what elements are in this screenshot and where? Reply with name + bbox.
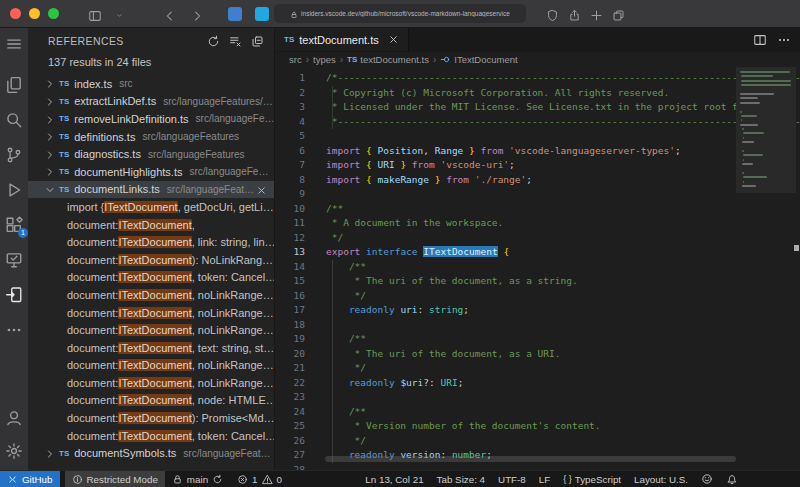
code-line[interactable]: 8import { makeRange } from './range';: [275, 173, 800, 188]
code-line[interactable]: 6import { Position, Range } from 'vscode…: [275, 144, 800, 159]
shield-button[interactable]: [546, 6, 559, 24]
code-line[interactable]: 11 * A document in the workspace.: [275, 216, 800, 231]
status-restricted-mode[interactable]: Restricted Mode: [65, 471, 165, 487]
status-remote-github[interactable]: GitHub: [0, 471, 60, 487]
code-line[interactable]: 22 readonly $uri?: URI;: [275, 376, 800, 391]
code-line[interactable]: 12 */: [275, 231, 800, 246]
status-notifications[interactable]: [726, 473, 738, 485]
tree-file-row[interactable]: TSdocumentHighlights.tssrc/languageFe…: [28, 163, 274, 181]
activity-item-more-views[interactable]: [3, 319, 25, 341]
activity-item-run-debug[interactable]: [3, 179, 25, 201]
status-cursor-position[interactable]: Ln 13, Col 21: [365, 474, 423, 485]
breadcrumb-item[interactable]: ITextDocument: [440, 54, 517, 66]
code-line[interactable]: 25 * Version number of the document's co…: [275, 419, 800, 434]
code-line[interactable]: 28: [275, 463, 800, 471]
address-bar[interactable]: insiders.vscode.dev/github/microsoft/vsc…: [274, 4, 526, 23]
minimap-slider[interactable]: [736, 67, 796, 193]
reference-result-row[interactable]: document: ITextDocument): NoLinkRang…: [28, 251, 274, 269]
back-button[interactable]: [163, 6, 177, 24]
dismiss-result-icon[interactable]: [256, 183, 267, 196]
status-feedback[interactable]: [701, 473, 713, 485]
code-line[interactable]: 14 /**: [275, 260, 800, 275]
code-line[interactable]: 26 */: [275, 434, 800, 449]
breadcrumb-item[interactable]: TStextDocument.ts: [347, 54, 429, 65]
code-line[interactable]: 15 * The uri of the document, as a strin…: [275, 274, 800, 289]
clear-results-button[interactable]: [229, 32, 242, 50]
tabs-button[interactable]: [612, 6, 625, 24]
split-editor-button[interactable]: [753, 31, 767, 49]
status-branch[interactable]: main: [165, 471, 230, 487]
refresh-button[interactable]: [207, 32, 220, 50]
code-line[interactable]: 9: [275, 187, 800, 202]
code-line[interactable]: 4 *-------------------------------------…: [275, 115, 800, 130]
activity-item-references-view[interactable]: [3, 284, 25, 306]
share-button[interactable]: [568, 6, 581, 24]
code-line[interactable]: 10/**: [275, 202, 800, 217]
status-problems[interactable]: 10: [230, 471, 289, 487]
code-line[interactable]: 5: [275, 129, 800, 144]
activity-item-source-control[interactable]: [3, 144, 25, 166]
reference-result-row[interactable]: document: ITextDocument, text: string, s…: [28, 339, 274, 357]
code-line[interactable]: 13export interface ITextDocument {: [275, 245, 800, 260]
activity-item-remote-explorer[interactable]: [3, 249, 25, 271]
reference-result-row[interactable]: document: ITextDocument, token: Cancel…: [28, 269, 274, 287]
code-line[interactable]: 20 * The uri of the document, as a URI.: [275, 347, 800, 362]
reference-result-row[interactable]: document: ITextDocument): Promise<Md…: [28, 409, 274, 427]
breadcrumb-item[interactable]: src: [289, 54, 302, 65]
code-line[interactable]: 21 */: [275, 361, 800, 376]
reference-result-row[interactable]: document: ITextDocument, noLinkRange…: [28, 304, 274, 322]
tree-file-row[interactable]: TSindex.tssrc: [28, 75, 274, 93]
tree-file-row[interactable]: TSdefinitions.tssrc/languageFeatures: [28, 128, 274, 146]
fullscreen-window-button[interactable]: [48, 8, 59, 19]
tree-file-row[interactable]: TSdiagnostics.tssrc/languageFeatures: [28, 145, 274, 163]
status-encoding[interactable]: UTF-8: [498, 474, 526, 485]
code-line[interactable]: 23: [275, 390, 800, 405]
browser-tab-favicon[interactable]: [255, 7, 269, 21]
forward-button[interactable]: [190, 6, 204, 24]
code-line[interactable]: 7import { URI } from 'vscode-uri';: [275, 158, 800, 173]
tab-textdocument[interactable]: TS textDocument.ts: [275, 28, 409, 51]
browser-tab-favicon[interactable]: [228, 7, 242, 21]
activity-item-extensions[interactable]: 1: [3, 214, 25, 236]
code-line[interactable]: 2 * Copyright (c) Microsoft Corporation.…: [275, 86, 800, 101]
status-keyboard-layout[interactable]: Layout: U.S.: [634, 474, 688, 485]
tree-file-row[interactable]: TSdocumentLinks.tssrc/languageFeat…: [28, 181, 274, 199]
activity-item-menu[interactable]: [3, 33, 25, 55]
minimap[interactable]: [736, 67, 796, 193]
sidebar-toggle-button[interactable]: [88, 6, 102, 24]
status-tab-size[interactable]: Tab Size: 4: [437, 474, 485, 485]
reference-result-row[interactable]: document: ITextDocument, token: Cancel…: [28, 427, 274, 445]
close-tab-icon[interactable]: [388, 31, 399, 49]
code-area[interactable]: 1/*-------------------------------------…: [275, 67, 800, 470]
reference-result-row[interactable]: document: ITextDocument, link: string, l…: [28, 233, 274, 251]
code-line[interactable]: 18: [275, 318, 800, 333]
reference-result-row[interactable]: document: ITextDocument, node: HTMLE…: [28, 392, 274, 410]
activity-item-settings[interactable]: [3, 440, 25, 462]
code-line[interactable]: 19 /**: [275, 332, 800, 347]
reference-result-row[interactable]: import { ITextDocument, getDocUri, getLi…: [28, 198, 274, 216]
tree-file-row[interactable]: TSextractLinkDef.tssrc/languageFeatures/…: [28, 93, 274, 111]
chevron-small-down-button[interactable]: [115, 6, 124, 24]
reference-result-row[interactable]: document: ITextDocument, noLinkRange…: [28, 374, 274, 392]
status-eol[interactable]: LF: [539, 474, 550, 485]
collapse-all-button[interactable]: [251, 32, 264, 50]
plus-button[interactable]: [590, 6, 603, 24]
activity-item-search[interactable]: [3, 109, 25, 131]
horizontal-scrollbar[interactable]: [325, 456, 736, 462]
tree-file-row[interactable]: TSdocumentSymbols.tssrc/languageFeat…: [28, 444, 274, 462]
code-line[interactable]: 24 /**: [275, 405, 800, 420]
code-line[interactable]: 17 readonly uri: string;: [275, 303, 800, 318]
tree-file-row[interactable]: TSremoveLinkDefinition.tssrc/languageFe…: [28, 110, 274, 128]
close-window-button[interactable]: [10, 8, 21, 19]
code-line[interactable]: 3 * Licensed under the MIT License. See …: [275, 100, 800, 115]
reference-result-row[interactable]: document: ITextDocument,: [28, 216, 274, 234]
reference-result-row[interactable]: document: ITextDocument, noLinkRange…: [28, 321, 274, 339]
reference-result-row[interactable]: document: ITextDocument, noLinkRange…: [28, 286, 274, 304]
code-line[interactable]: 1/*-------------------------------------…: [275, 71, 800, 86]
more-button[interactable]: [777, 31, 791, 49]
activity-item-explorer[interactable]: [3, 74, 25, 96]
status-language-mode[interactable]: { }TypeScript: [563, 474, 621, 485]
breadcrumb-item[interactable]: types: [313, 54, 336, 65]
reference-result-row[interactable]: document: ITextDocument, noLinkRange…: [28, 357, 274, 375]
code-line[interactable]: 16 */: [275, 289, 800, 304]
